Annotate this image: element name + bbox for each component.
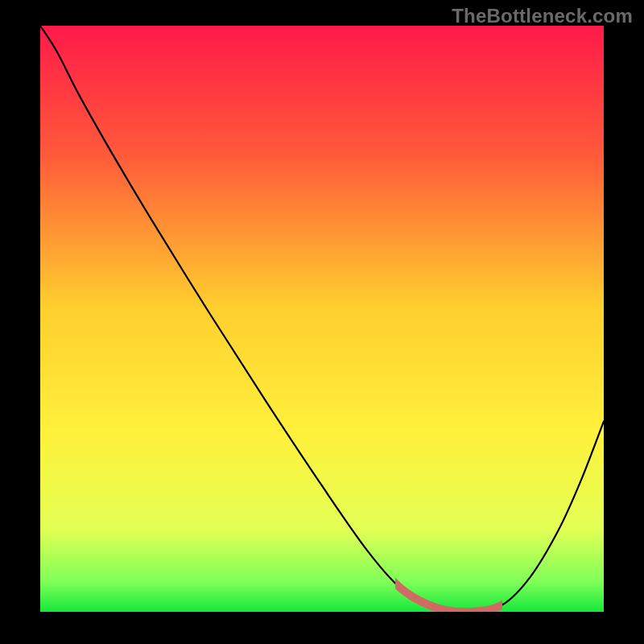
gradient-background — [40, 26, 604, 612]
plot-svg — [0, 0, 644, 644]
bottleneck-chart: TheBottleneck.com — [0, 0, 644, 644]
watermark-label: TheBottleneck.com — [452, 5, 633, 27]
